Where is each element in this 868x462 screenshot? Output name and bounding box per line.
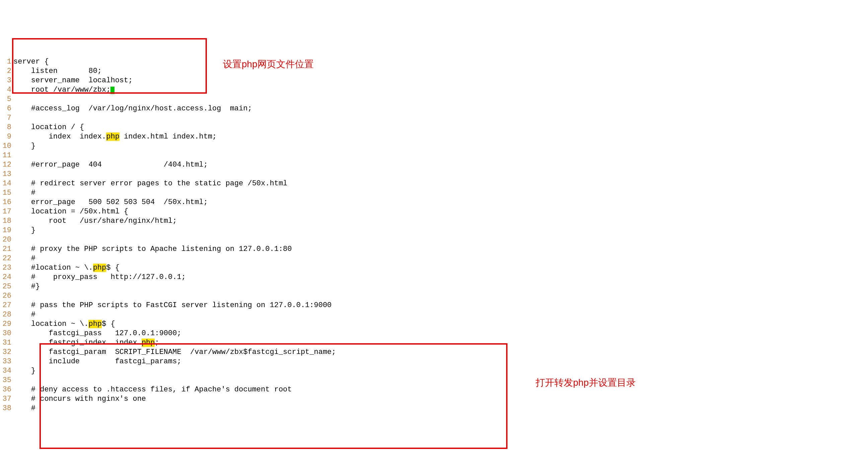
line-content[interactable]: fastcgi_index index.php; bbox=[11, 338, 159, 348]
line-number: 7 bbox=[0, 113, 11, 123]
code-line[interactable]: 8 location / { bbox=[0, 123, 868, 132]
line-content[interactable]: #} bbox=[11, 282, 40, 292]
line-content[interactable]: root /var/www/zbx; bbox=[11, 85, 115, 95]
code-line[interactable]: 32 fastcgi_param SCRIPT_FILENAME /var/ww… bbox=[0, 348, 868, 357]
line-number: 31 bbox=[0, 338, 11, 348]
line-content[interactable]: listen 80; bbox=[11, 67, 102, 76]
line-content[interactable]: server_name localhost; bbox=[11, 76, 132, 86]
code-line[interactable]: 22 # bbox=[0, 254, 868, 264]
code-line[interactable]: 9 index index.php index.html index.htm; bbox=[0, 132, 868, 142]
line-content[interactable]: server { bbox=[11, 57, 49, 67]
code-line[interactable]: 38 # bbox=[0, 404, 868, 414]
line-content[interactable]: fastcgi_pass 127.0.0.1:9000; bbox=[11, 329, 181, 338]
code-line[interactable]: 11 bbox=[0, 151, 868, 161]
code-line[interactable]: 35 bbox=[0, 376, 868, 385]
code-line[interactable]: 34 } bbox=[0, 367, 868, 376]
line-content[interactable]: fastcgi_param SCRIPT_FILENAME /var/www/z… bbox=[11, 348, 336, 357]
line-number: 38 bbox=[0, 404, 11, 414]
line-number: 3 bbox=[0, 76, 11, 86]
line-number: 34 bbox=[0, 366, 11, 376]
line-number: 35 bbox=[0, 376, 11, 385]
line-number: 19 bbox=[0, 226, 11, 235]
line-content[interactable]: # redirect server error pages to the sta… bbox=[11, 179, 287, 189]
line-number: 13 bbox=[0, 170, 11, 179]
code-line[interactable]: 4 root /var/www/zbx; bbox=[0, 86, 868, 95]
line-content[interactable]: } bbox=[11, 366, 35, 376]
line-number: 21 bbox=[0, 244, 11, 254]
code-line[interactable]: 3 server_name localhost; bbox=[0, 76, 868, 86]
line-content[interactable]: # proxy_pass http://127.0.0.1; bbox=[11, 273, 186, 282]
line-content[interactable]: index index.php index.html index.htm; bbox=[11, 132, 217, 142]
line-content[interactable]: location ~ \.php$ { bbox=[11, 320, 115, 329]
line-content[interactable]: # bbox=[11, 404, 35, 414]
line-content[interactable]: # proxy the PHP scripts to Apache listen… bbox=[11, 244, 292, 254]
line-content[interactable]: #location ~ \.php$ { bbox=[11, 263, 120, 273]
line-number: 16 bbox=[0, 198, 11, 207]
line-number: 17 bbox=[0, 207, 11, 217]
line-content[interactable]: #error_page 404 /404.html; bbox=[11, 160, 208, 170]
code-line[interactable]: 17 location = /50x.html { bbox=[0, 207, 868, 217]
code-line[interactable]: 33 include fastcgi_params; bbox=[0, 357, 868, 367]
line-content[interactable]: # concurs with nginx's one bbox=[11, 394, 146, 404]
code-line[interactable]: 29 location ~ \.php$ { bbox=[0, 320, 868, 329]
line-number: 10 bbox=[0, 141, 11, 151]
line-content[interactable]: root /usr/share/nginx/html; bbox=[11, 217, 177, 226]
line-content[interactable]: location / { bbox=[11, 123, 84, 132]
code-line[interactable]: 16 error_page 500 502 503 504 /50x.html; bbox=[0, 198, 868, 207]
line-number: 8 bbox=[0, 123, 11, 132]
editor-area[interactable]: 1server {2 listen 80;3 server_name local… bbox=[0, 38, 868, 462]
code-line[interactable]: 26 bbox=[0, 292, 868, 301]
line-content[interactable]: # pass the PHP scripts to FastCGI server… bbox=[11, 301, 332, 310]
line-content[interactable]: # deny access to .htaccess files, if Apa… bbox=[11, 385, 292, 395]
search-highlight: php bbox=[93, 264, 106, 272]
line-content[interactable]: #access_log /var/log/nginx/host.access.l… bbox=[11, 104, 252, 114]
code-line[interactable]: 15 # bbox=[0, 189, 868, 198]
code-line[interactable]: 14 # redirect server error pages to the … bbox=[0, 179, 868, 189]
code-line[interactable]: 37 # concurs with nginx's one bbox=[0, 395, 868, 404]
code-line[interactable]: 2 listen 80; bbox=[0, 67, 868, 76]
code-line[interactable]: 5 bbox=[0, 95, 868, 104]
code-line[interactable]: 36 # deny access to .htaccess files, if … bbox=[0, 385, 868, 395]
line-content[interactable]: error_page 500 502 503 504 /50x.html; bbox=[11, 198, 208, 207]
line-number: 12 bbox=[0, 160, 11, 170]
code-line[interactable]: 6 #access_log /var/log/nginx/host.access… bbox=[0, 104, 868, 114]
line-number: 14 bbox=[0, 179, 11, 189]
code-line[interactable]: 19 } bbox=[0, 226, 868, 235]
code-line[interactable]: 20 bbox=[0, 235, 868, 245]
line-number: 9 bbox=[0, 132, 11, 142]
line-number: 11 bbox=[0, 151, 11, 161]
code-line[interactable]: 13 bbox=[0, 170, 868, 179]
code-line[interactable]: 1server { bbox=[0, 58, 868, 67]
annotation-label-bottom: 打开转发php并设置目录 bbox=[536, 377, 636, 389]
code-line[interactable]: 31 fastcgi_index index.php; bbox=[0, 338, 868, 348]
code-line[interactable]: 27 # pass the PHP scripts to FastCGI ser… bbox=[0, 301, 868, 310]
line-content[interactable]: include fastcgi_params; bbox=[11, 357, 181, 367]
line-content[interactable]: # bbox=[11, 188, 35, 198]
line-number: 36 bbox=[0, 385, 11, 395]
line-content[interactable]: location = /50x.html { bbox=[11, 207, 128, 217]
line-number: 27 bbox=[0, 301, 11, 310]
search-highlight: php bbox=[142, 338, 155, 347]
code-line[interactable]: 12 #error_page 404 /404.html; bbox=[0, 161, 868, 170]
search-highlight: php bbox=[106, 132, 120, 141]
line-content[interactable]: } bbox=[11, 141, 35, 151]
line-content[interactable]: # bbox=[11, 254, 35, 264]
line-number: 15 bbox=[0, 188, 11, 198]
code-line[interactable]: 21 # proxy the PHP scripts to Apache lis… bbox=[0, 245, 868, 254]
line-content[interactable]: } bbox=[11, 226, 35, 235]
code-line[interactable]: 7 bbox=[0, 114, 868, 123]
code-line[interactable]: 24 # proxy_pass http://127.0.0.1; bbox=[0, 273, 868, 282]
code-line[interactable]: 30 fastcgi_pass 127.0.0.1:9000; bbox=[0, 329, 868, 338]
code-line[interactable]: 28 # bbox=[0, 310, 868, 320]
code-line[interactable]: 23 #location ~ \.php$ { bbox=[0, 264, 868, 273]
line-number: 4 bbox=[0, 85, 11, 95]
line-number: 29 bbox=[0, 320, 11, 329]
line-number: 24 bbox=[0, 273, 11, 282]
line-number: 22 bbox=[0, 254, 11, 264]
cursor bbox=[111, 87, 115, 94]
code-line[interactable]: 25 #} bbox=[0, 282, 868, 292]
line-content[interactable]: # bbox=[11, 310, 35, 320]
code-line[interactable]: 10 } bbox=[0, 142, 868, 151]
line-number: 32 bbox=[0, 348, 11, 357]
code-line[interactable]: 18 root /usr/share/nginx/html; bbox=[0, 217, 868, 226]
